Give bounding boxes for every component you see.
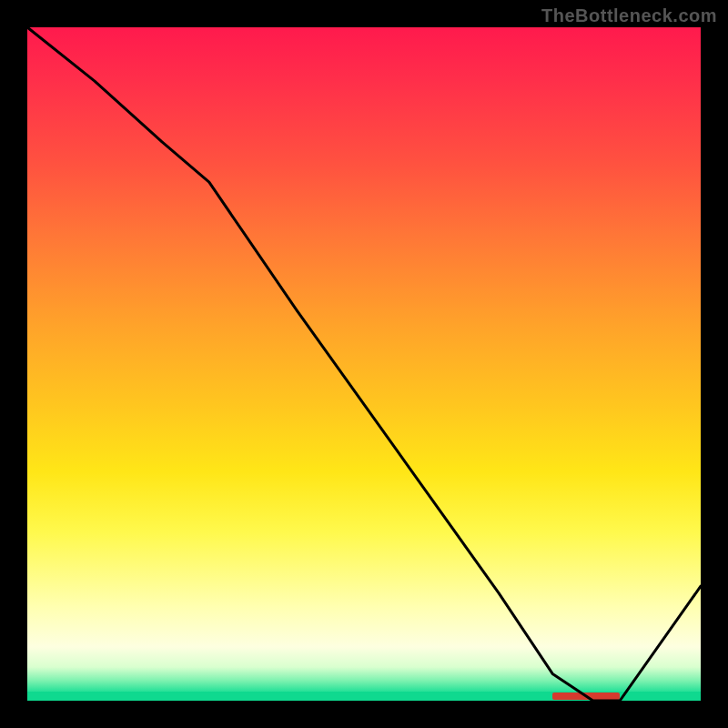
chart-frame: TheBottleneck.com (0, 0, 728, 728)
bottleneck-curve-line (27, 27, 701, 701)
bottleneck-curve-svg (27, 27, 701, 701)
plot-area (27, 27, 701, 701)
watermark-text: TheBottleneck.com (541, 5, 717, 26)
